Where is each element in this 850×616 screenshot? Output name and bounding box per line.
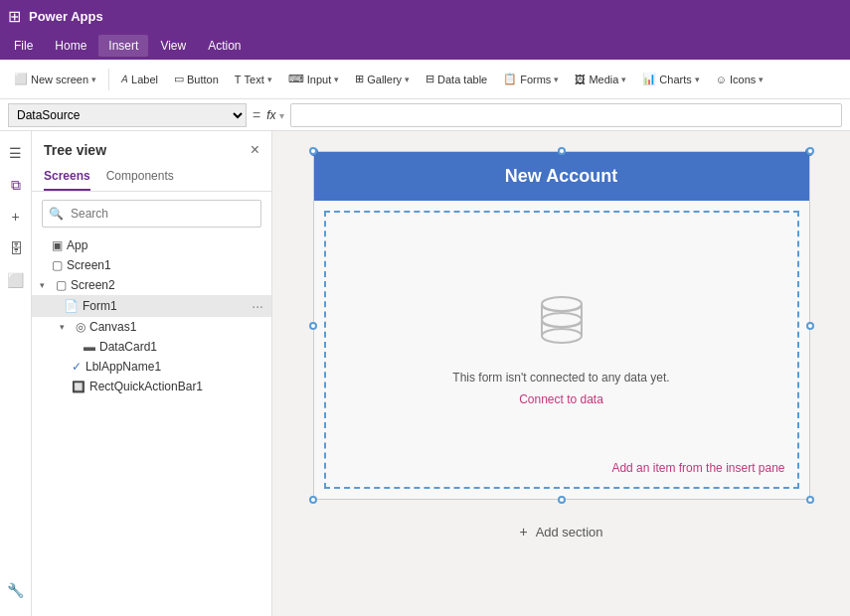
tree-tabs: Screens Components — [32, 165, 271, 192]
input-button[interactable]: ⌨ Input ▾ — [282, 69, 345, 89]
forms-button[interactable]: 📋 Forms ▾ — [497, 69, 565, 89]
app-title: Power Apps — [29, 9, 103, 24]
media-button[interactable]: 🖼 Media ▾ — [569, 70, 632, 89]
tree-search: 🔍 — [42, 200, 261, 228]
text-icon: T — [235, 74, 242, 85]
icons-button[interactable]: ☺ Icons ▾ — [710, 70, 770, 89]
list-item[interactable]: ▾ ◎ Canvas1 — [32, 317, 271, 337]
menu-view[interactable]: View — [150, 35, 196, 57]
text-chevron: ▾ — [267, 75, 272, 84]
menu-action[interactable]: Action — [198, 35, 251, 57]
new-screen-icon: ⬜ — [14, 73, 28, 85]
app-grid-icon: ⊞ — [8, 7, 21, 26]
gallery-button[interactable]: ⊞ Gallery ▾ — [349, 69, 416, 89]
item-label: RectQuickActionBar1 — [89, 380, 263, 393]
item-label: Screen1 — [67, 258, 263, 272]
tab-components[interactable]: Components — [106, 165, 174, 191]
list-item[interactable]: 📄 Form1 ··· — [32, 295, 271, 317]
item-label: App — [67, 238, 263, 252]
add-section-plus-icon: + — [519, 524, 527, 539]
more-icon[interactable]: ··· — [252, 298, 263, 314]
app-canvas: New Account — [313, 151, 810, 500]
database-icon[interactable]: 🗄 — [2, 234, 30, 262]
menu-home[interactable]: Home — [45, 35, 96, 57]
hamburger-icon[interactable]: ☰ — [2, 139, 30, 167]
forms-icon: 📋 — [503, 73, 517, 85]
datacard1-icon: ▬ — [84, 340, 95, 354]
add-item-message: Add an item from the insert pane — [611, 461, 784, 475]
search-input[interactable] — [42, 200, 261, 228]
app-canvas-header: New Account — [314, 152, 809, 201]
menu-insert[interactable]: Insert — [98, 35, 148, 57]
form1-icon: 📄 — [64, 299, 79, 313]
media-icon: 🖼 — [575, 74, 586, 85]
media-chevron: ▾ — [621, 75, 626, 84]
main-area: ☰ ⧉ + 🗄 ⬜ 🔧 Tree view × Screens Componen… — [0, 131, 850, 616]
search-icon: 🔍 — [49, 207, 64, 221]
list-item[interactable]: 🔲 RectQuickActionBar1 — [32, 377, 271, 396]
sel-handle-top-left[interactable] — [309, 147, 317, 155]
app-icon: ▣ — [52, 238, 63, 252]
title-bar: ⊞ Power Apps — [0, 0, 850, 32]
formula-input[interactable] — [290, 103, 842, 127]
screen2-icon: ▢ — [56, 278, 67, 292]
tab-screens[interactable]: Screens — [44, 165, 90, 191]
toolbar-sep-1 — [108, 69, 109, 90]
list-item[interactable]: ✓ LblAppName1 — [32, 357, 271, 377]
new-screen-button[interactable]: ⬜ New screen ▾ — [8, 69, 102, 89]
database-placeholder-icon — [538, 294, 586, 355]
button-icon: ▭ — [174, 73, 184, 85]
text-button[interactable]: T Text ▾ — [229, 70, 278, 89]
label-icon: 𝘈 — [121, 73, 128, 85]
sel-handle-top-right[interactable] — [806, 147, 814, 155]
input-chevron: ▾ — [334, 75, 339, 84]
menu-file[interactable]: File — [4, 35, 43, 57]
datasource-select[interactable]: DataSource — [8, 103, 247, 127]
label-button[interactable]: 𝘈 Label — [115, 69, 164, 89]
item-label: Form1 — [83, 299, 248, 313]
sel-handle-mid-right[interactable] — [806, 322, 814, 330]
toolbar: ⬜ New screen ▾ 𝘈 Label ▭ Button T Text ▾… — [0, 60, 850, 99]
item-label: Screen2 — [71, 278, 263, 292]
menu-bar: File Home Insert View Action — [0, 32, 850, 60]
form-body: This form isn't connected to any data ye… — [324, 211, 799, 489]
sel-handle-bot-left[interactable] — [309, 496, 317, 504]
input-icon: ⌨ — [288, 73, 304, 85]
icons-icon: ☺ — [716, 74, 727, 85]
svg-point-4 — [542, 329, 582, 343]
list-item[interactable]: ▬ DataCard1 — [32, 337, 271, 357]
canvas-area[interactable]: New Account — [272, 131, 850, 616]
item-label: DataCard1 — [99, 340, 263, 354]
sidebar-icons: ☰ ⧉ + 🗄 ⬜ 🔧 — [0, 131, 32, 616]
charts-button[interactable]: 📊 Charts ▾ — [636, 69, 705, 89]
button-button[interactable]: ▭ Button — [168, 69, 225, 89]
monitor-icon[interactable]: ⬜ — [2, 266, 30, 294]
sel-handle-bot-mid[interactable] — [558, 496, 566, 504]
add-section-label: Add section — [536, 525, 603, 539]
screen1-icon: ▢ — [52, 258, 63, 272]
list-item[interactable]: ▣ App — [32, 235, 271, 255]
icons-chevron: ▾ — [759, 75, 764, 84]
add-section-button[interactable]: + Add section — [507, 516, 614, 547]
sel-handle-mid-left[interactable] — [309, 322, 317, 330]
canvas-header-text: New Account — [505, 166, 617, 186]
expand-arrow[interactable]: ▾ — [40, 280, 52, 290]
tree-close-button[interactable]: × — [251, 141, 259, 159]
forms-chevron: ▾ — [554, 75, 559, 84]
plus-icon[interactable]: + — [2, 203, 30, 231]
data-table-icon: ⊟ — [425, 73, 434, 85]
rect-icon: 🔲 — [72, 381, 85, 393]
list-item[interactable]: ▾ ▢ Screen2 — [32, 275, 271, 295]
layers-icon[interactable]: ⧉ — [2, 171, 30, 199]
tree-content: ▣ App ▢ Screen1 ▾ ▢ Screen2 📄 Form1 ··· — [32, 235, 271, 616]
connect-to-data-link[interactable]: Connect to data — [519, 392, 603, 406]
sel-handle-top-mid[interactable] — [558, 147, 566, 155]
list-item[interactable]: ▢ Screen1 — [32, 255, 271, 275]
sel-handle-bot-right[interactable] — [806, 496, 814, 504]
form-message: This form isn't connected to any data ye… — [452, 371, 669, 385]
tree-panel: Tree view × Screens Components 🔍 ▣ App ▢… — [32, 131, 272, 616]
tree-title: Tree view — [44, 142, 106, 158]
wrench-icon[interactable]: 🔧 — [2, 576, 30, 604]
expand-arrow[interactable]: ▾ — [60, 322, 72, 332]
data-table-button[interactable]: ⊟ Data table — [420, 69, 493, 89]
